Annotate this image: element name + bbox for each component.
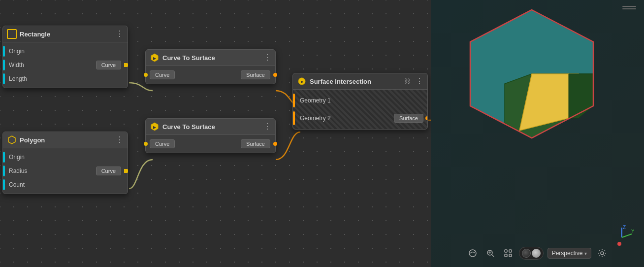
- hexagon-3d-shape: [455, 2, 608, 170]
- light-sphere: [532, 249, 541, 258]
- surface-output-badge: Surface: [394, 114, 423, 123]
- rectangle-title: Rectangle: [20, 31, 113, 38]
- polygon-count-label: Count: [5, 181, 29, 188]
- polygon-node-header: Polygon ⋮: [3, 132, 128, 148]
- curve-to-surface-2-body: Curve Surface: [146, 135, 275, 153]
- rectangle-length-port: Length: [3, 72, 128, 86]
- surface-intersection-menu[interactable]: ⋮: [416, 77, 423, 85]
- geometry-2-label: Geometry 2: [295, 115, 336, 122]
- curve-to-surface-node-2[interactable]: ▶ Curve To Surface ⋮ Curve Surface: [145, 118, 276, 153]
- surface-intersection-title: Surface Intersection: [310, 78, 402, 85]
- curve-to-surface-2-menu[interactable]: ⋮: [263, 123, 271, 131]
- chevron-down-icon: ▾: [584, 251, 587, 256]
- svg-line-19: [492, 255, 494, 257]
- viewport-scene: Z Y: [431, 0, 644, 267]
- svg-text:Y: Y: [631, 229, 634, 234]
- polygon-count-port: Count: [3, 178, 128, 192]
- rectangle-origin-port: Origin: [3, 44, 128, 58]
- svg-text:▶: ▶: [153, 125, 157, 130]
- polygon-title: Polygon: [20, 136, 113, 144]
- polygon-curve-badge: Curve: [96, 167, 121, 175]
- curve-to-surface-2-header: ▶ Curve To Surface ⋮: [146, 119, 275, 135]
- polygon-radius-label: Radius: [5, 167, 31, 174]
- settings-button[interactable]: [595, 246, 609, 260]
- polygon-origin-label: Origin: [5, 154, 29, 161]
- rectangle-node[interactable]: Rectangle ⋮ Origin Width Curve: [2, 26, 128, 88]
- rectangle-width-label: Width: [5, 62, 28, 68]
- rectangle-curve-badge: Curve: [96, 61, 121, 69]
- perspective-label: Perspective: [552, 250, 583, 257]
- polygon-radius-port: Radius Curve: [3, 164, 128, 178]
- rectangle-origin-label: Origin: [5, 48, 29, 55]
- curve-to-surface-2-surface-port: Surface: [241, 139, 270, 148]
- curve-to-surface-1-ports: Curve Surface: [146, 68, 275, 82]
- curve-to-surface-1-curve-port: Curve: [150, 70, 175, 79]
- curve-icon-1: ▶: [150, 53, 160, 63]
- geometry-1-label: Geometry 1: [295, 97, 336, 104]
- svg-text:▶: ▶: [153, 56, 157, 61]
- svg-marker-10: [569, 74, 593, 118]
- rectangle-menu-btn[interactable]: ⋮: [116, 30, 124, 38]
- rectangle-body: Origin Width Curve Length: [3, 42, 128, 88]
- curve-to-surface-1-body: Curve Surface: [146, 66, 275, 84]
- polygon-menu-btn[interactable]: ⋮: [116, 136, 124, 144]
- frame-button[interactable]: [501, 246, 515, 260]
- curve-to-surface-1-title: Curve To Surface: [162, 54, 260, 62]
- gizmo-lines: [622, 6, 636, 9]
- perspective-dropdown[interactable]: Perspective ▾: [547, 248, 592, 259]
- polygon-node[interactable]: Polygon ⋮ Origin Radius Curve: [2, 132, 128, 194]
- svg-marker-0: [8, 136, 15, 144]
- curve-to-surface-1-surface-port: Surface: [241, 70, 270, 79]
- polygon-body: Origin Radius Curve Count: [3, 148, 128, 194]
- link-icon: ⛓: [405, 78, 411, 85]
- svg-rect-24: [505, 254, 507, 257]
- rectangle-icon: [7, 29, 17, 39]
- curve-to-surface-2-curve-port: Curve: [150, 139, 175, 148]
- viewport-toolbar: Perspective ▾: [431, 244, 644, 262]
- viewport-panel: Z Y: [431, 0, 644, 267]
- rectangle-length-label: Length: [5, 75, 31, 82]
- rectangle-width-port: Width Curve: [3, 58, 128, 72]
- surface-intersection-body: Geometry 1 Geometry 2 Surface: [293, 90, 427, 129]
- node-canvas[interactable]: Rectangle ⋮ Origin Width Curve: [0, 0, 431, 267]
- curve-to-surface-2-ports: Curve Surface: [146, 137, 275, 151]
- surface-intersection-header: ● Surface Intersection ⛓ ⋮: [293, 73, 427, 90]
- curve-to-surface-1-menu[interactable]: ⋮: [263, 54, 271, 62]
- svg-text:Z: Z: [623, 225, 626, 230]
- rectangle-node-header: Rectangle ⋮: [3, 26, 128, 42]
- svg-rect-22: [505, 250, 507, 252]
- geometry-1-port: Geometry 1: [293, 92, 427, 109]
- hexagon-icon: [7, 135, 17, 145]
- svg-point-26: [601, 252, 604, 255]
- zoom-button[interactable]: [483, 246, 497, 260]
- intersection-icon: ●: [297, 76, 307, 86]
- polygon-origin-port: Origin: [3, 150, 128, 164]
- dark-sphere: [522, 249, 531, 258]
- orbit-button[interactable]: [466, 246, 480, 260]
- curve-to-surface-2-title: Curve To Surface: [162, 123, 260, 131]
- geometry-2-port: Geometry 2 Surface: [293, 109, 427, 127]
- surface-intersection-node[interactable]: ● Surface Intersection ⛓ ⋮ Geometry 1 Ge: [292, 73, 428, 130]
- curve-to-surface-1-header: ▶ Curve To Surface ⋮: [146, 50, 275, 66]
- svg-text:●: ●: [300, 79, 303, 84]
- curve-icon-2: ▶: [150, 122, 160, 132]
- svg-rect-23: [509, 250, 512, 252]
- sphere-toggle[interactable]: [519, 247, 544, 260]
- svg-line-14: [622, 234, 632, 237]
- curve-to-surface-node-1[interactable]: ▶ Curve To Surface ⋮ Curve Surface: [145, 49, 276, 84]
- svg-rect-25: [509, 254, 512, 257]
- axis-gizmo: Z Y: [610, 225, 629, 245]
